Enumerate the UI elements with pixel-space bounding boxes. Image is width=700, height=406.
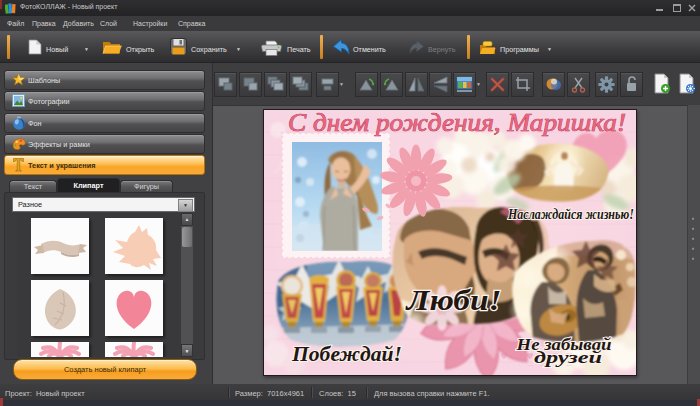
svg-text:друзей: друзей [534,349,602,367]
svg-text:Наслаждайся жизнью!: Наслаждайся жизнью! [507,206,634,222]
svg-text:Люби!: Люби! [404,283,501,316]
svg-text:С днем рождения, Маришка!: С днем рождения, Маришка! [288,110,626,136]
svg-text:Побеждай!: Побеждай! [291,343,402,365]
